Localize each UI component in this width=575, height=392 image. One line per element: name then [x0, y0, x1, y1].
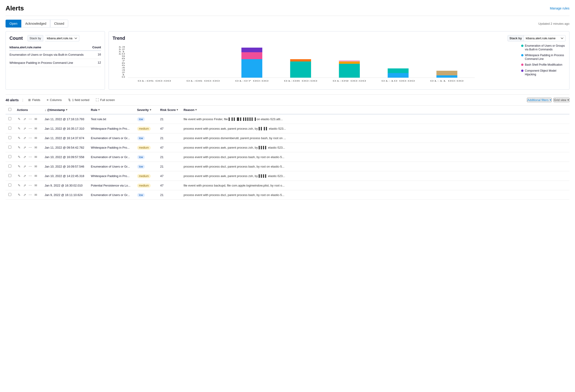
sort-button[interactable]: ⇅ 1 field sorted [67, 97, 91, 103]
menu-icon-6[interactable]: ⋯ [28, 173, 33, 178]
col-header-rule[interactable]: Rule ▾ [88, 106, 134, 114]
share-icon-1[interactable]: ⇗ [23, 126, 27, 131]
row-rule-3: Whitespace Padding in Pro... [88, 143, 134, 152]
row-select-5[interactable] [8, 165, 11, 168]
risk-sort-icon: ▾ [177, 108, 178, 111]
edit-icon-5[interactable]: ✎ [17, 164, 22, 169]
severity-badge-7: medium [137, 184, 151, 188]
col-header-timestamp[interactable]: ↓ @timestamp ▾ [42, 106, 88, 114]
share-icon-6[interactable]: ⇗ [23, 173, 27, 178]
additional-filters-button[interactable]: Additional filters ▾ [527, 98, 552, 102]
menu-icon-4[interactable]: ⋯ [28, 155, 33, 159]
mail-icon-5[interactable]: ✉ [33, 164, 38, 169]
menu-icon-3[interactable]: ⋯ [28, 145, 33, 150]
edit-icon-0[interactable]: ✎ [17, 117, 22, 121]
severity-badge-5: low [137, 165, 145, 169]
tab-closed[interactable]: Closed [50, 20, 68, 27]
row-actions-5: ✎ ⇗ ⋯ ✉ [14, 162, 42, 171]
mail-icon-1[interactable]: ✉ [33, 126, 38, 131]
row-select-7[interactable] [8, 184, 11, 187]
row-timestamp-5: Jan 10, 2022 @ 16:09:57.546 [42, 162, 88, 171]
mail-icon-3[interactable]: ✉ [33, 145, 38, 150]
row-select-8[interactable] [8, 193, 11, 196]
svg-rect-26 [436, 71, 457, 75]
manage-rules-link[interactable]: Manage rules [550, 6, 570, 10]
row-timestamp-4: Jan 10, 2022 @ 16:09:57.558 [42, 152, 88, 162]
menu-icon-1[interactable]: ⋯ [28, 126, 33, 131]
tab-acknowledged[interactable]: Acknowledged [21, 20, 50, 27]
row-actions-8: ✎ ⇗ ⋯ ✉ [14, 190, 42, 200]
legend-label-2: Whitespace Padding in Process Command Li… [525, 54, 566, 61]
edit-icon-8[interactable]: ✎ [17, 193, 22, 197]
page-title: Alerts [5, 5, 24, 12]
col-header-risk[interactable]: Risk Score ▾ [157, 106, 181, 114]
edit-icon-4[interactable]: ✎ [17, 155, 22, 159]
row-select-2[interactable] [8, 136, 11, 139]
trend-stack-by-select[interactable]: kibana.alert.rule.name [524, 35, 566, 41]
mail-icon-2[interactable]: ✉ [33, 136, 38, 140]
menu-icon-0[interactable]: ⋯ [28, 117, 33, 121]
row-timestamp-6: Jan 10, 2022 @ 14:22:45.318 [42, 171, 88, 181]
row-select-1[interactable] [8, 127, 11, 130]
svg-text:11: 11 [118, 50, 125, 53]
share-icon-3[interactable]: ⇗ [23, 145, 27, 150]
menu-icon-2[interactable]: ⋯ [28, 136, 33, 140]
edit-icon-7[interactable]: ✎ [17, 183, 22, 188]
svg-text:01-09 00:00: 01-09 00:00 [333, 80, 366, 82]
share-icon-8[interactable]: ⇗ [23, 193, 27, 197]
col-header-reason[interactable]: Reason ▾ [181, 106, 570, 114]
severity-badge-4: low [137, 155, 145, 159]
row-select-6[interactable] [8, 174, 11, 177]
menu-icon-5[interactable]: ⋯ [28, 164, 33, 169]
status-tabs: Open Acknowledged Closed [5, 20, 68, 27]
sort-label: 1 field sorted [72, 98, 89, 102]
svg-text:01-06 00:00: 01-06 00:00 [186, 80, 220, 82]
edit-icon-3[interactable]: ✎ [17, 145, 22, 150]
count-table: kibana.alert.rule.name Count Enumeration… [9, 44, 101, 67]
share-icon-0[interactable]: ⇗ [23, 117, 27, 121]
mail-icon-8[interactable]: ✉ [33, 193, 38, 197]
share-icon-4[interactable]: ⇗ [23, 155, 27, 159]
edit-icon-2[interactable]: ✎ [17, 136, 22, 140]
row-severity-1: medium [134, 124, 157, 133]
table-row: ✎ ⇗ ⋯ ✉ Jan 11, 2022 @ 16:35:17.310 Whit… [5, 124, 570, 133]
menu-icon-7[interactable]: ⋯ [28, 183, 33, 188]
edit-icon-1[interactable]: ✎ [17, 126, 22, 131]
select-all-checkbox[interactable] [8, 108, 11, 111]
menu-icon-8[interactable]: ⋯ [28, 193, 33, 197]
row-rule-5: Enumeration of Users or Gr... [88, 162, 134, 171]
mail-icon-7[interactable]: ✉ [33, 183, 38, 188]
tab-open[interactable]: Open [5, 20, 21, 27]
legend-label-3: Bash Shell Profile Modification [525, 63, 562, 67]
row-checkbox-0 [5, 114, 14, 124]
row-select-0[interactable] [8, 117, 11, 120]
edit-icon-6[interactable]: ✎ [17, 173, 22, 178]
col-header-severity[interactable]: Severity ▾ [134, 106, 157, 114]
row-risk-3: 47 [157, 143, 181, 152]
share-icon-2[interactable]: ⇗ [23, 136, 27, 140]
svg-rect-15 [241, 59, 262, 78]
mail-icon-6[interactable]: ✉ [33, 173, 38, 178]
alerts-count: 40 alerts [5, 98, 19, 102]
share-icon-5[interactable]: ⇗ [23, 164, 27, 169]
count-stack-by-select[interactable]: kibana.alert.rule.na [45, 35, 79, 41]
col-header-checkbox [5, 106, 14, 114]
row-reason-6: process event with process awk, parent p… [181, 171, 570, 181]
fields-icon: ⊞ [28, 98, 31, 102]
trend-card: Trend Stack by kibana.alert.rule.name 13… [109, 31, 570, 90]
row-risk-5: 21 [157, 162, 181, 171]
row-checkbox-7 [5, 181, 14, 190]
svg-text:2: 2 [121, 71, 125, 74]
share-icon-7[interactable]: ⇗ [23, 183, 27, 188]
row-select-3[interactable] [8, 146, 11, 149]
row-risk-4: 21 [157, 152, 181, 162]
grid-view-button[interactable]: Grid view ▾ [553, 98, 570, 102]
mail-icon-4[interactable]: ✉ [33, 155, 38, 159]
mail-icon-0[interactable]: ✉ [33, 117, 38, 121]
table-row: ✎ ⇗ ⋯ ✉ Jan 11, 2022 @ 17:16:13.793 Test… [5, 114, 570, 124]
svg-text:10: 10 [118, 53, 125, 55]
row-select-4[interactable] [8, 155, 11, 158]
fields-button[interactable]: ⊞ Fields [27, 97, 42, 103]
columns-button[interactable]: ≡ Columns [45, 97, 63, 103]
fullscreen-button[interactable]: ⛶ Full screen [94, 97, 116, 103]
